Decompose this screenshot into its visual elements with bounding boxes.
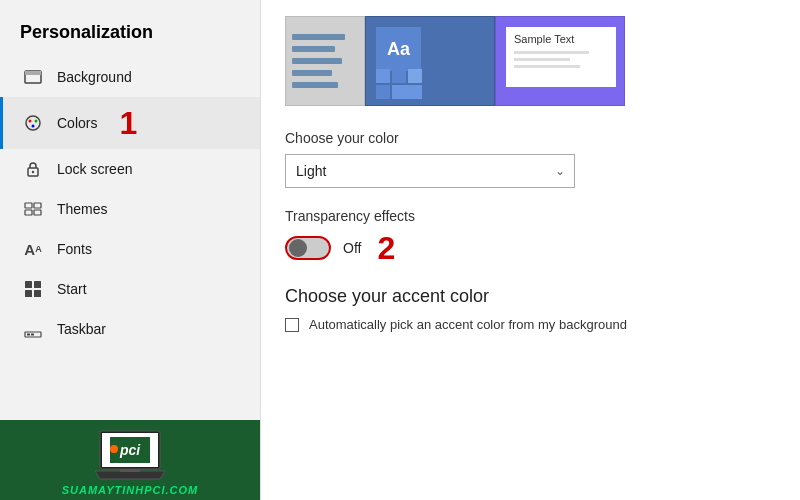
- sidebar-item-fonts-label: Fonts: [57, 241, 92, 257]
- svg-point-7: [32, 171, 34, 173]
- svg-rect-8: [25, 203, 32, 208]
- sidebar-item-start[interactable]: Start: [0, 269, 260, 309]
- svg-rect-13: [34, 281, 41, 288]
- toggle-knob: [289, 239, 307, 257]
- sidebar-item-colors[interactable]: Colors 1: [0, 97, 260, 149]
- transparency-section: Transparency effects Off 2: [261, 198, 800, 274]
- svg-rect-9: [34, 203, 41, 208]
- sample-text-label: Sample Text: [514, 33, 608, 45]
- preview-aa-card: Aa: [365, 16, 495, 106]
- svg-rect-12: [25, 281, 32, 288]
- lock-screen-icon: [23, 159, 43, 179]
- sidebar-item-fonts[interactable]: AA Fonts: [0, 229, 260, 269]
- sidebar: Personalization Background: [0, 0, 260, 359]
- svg-text:pci: pci: [119, 442, 141, 458]
- preview-sample-text-card: Sample Text: [495, 16, 625, 106]
- svg-point-2: [26, 116, 40, 130]
- main-content: Aa Sample Text: [260, 0, 800, 500]
- themes-icon: [23, 199, 43, 219]
- sidebar-item-taskbar[interactable]: Taskbar: [0, 309, 260, 349]
- transparency-toggle[interactable]: [285, 236, 331, 260]
- sidebar-item-lock-screen[interactable]: Lock screen: [0, 149, 260, 189]
- sidebar-item-background[interactable]: Background: [0, 57, 260, 97]
- color-dropdown[interactable]: Light Dark Custom: [285, 154, 575, 188]
- annotation-1: 1: [119, 107, 137, 139]
- theme-preview-area: Aa Sample Text: [261, 0, 800, 116]
- svg-point-5: [32, 125, 35, 128]
- sidebar-item-themes-label: Themes: [57, 201, 108, 217]
- transparency-state-label: Off: [343, 240, 361, 256]
- svg-rect-10: [25, 210, 32, 215]
- svg-rect-17: [27, 334, 30, 336]
- preview-bars-card: [285, 16, 365, 106]
- svg-rect-18: [31, 334, 34, 336]
- choose-color-section: Choose your color Light Dark Custom ⌄: [261, 116, 800, 198]
- sidebar-item-start-label: Start: [57, 281, 87, 297]
- accent-title: Choose your accent color: [285, 286, 776, 307]
- transparency-label: Transparency effects: [285, 208, 776, 224]
- start-icon: [23, 279, 43, 299]
- watermark: pci SUAMAYTINHPCI.COM: [0, 420, 260, 500]
- taskbar-icon: [23, 319, 43, 339]
- toggle-row: Off 2: [285, 232, 776, 264]
- preview-cards: Aa Sample Text: [285, 16, 625, 106]
- colors-icon: [23, 113, 43, 133]
- svg-rect-14: [25, 290, 32, 297]
- color-dropdown-container: Light Dark Custom ⌄: [285, 154, 575, 188]
- sidebar-item-lock-screen-label: Lock screen: [57, 161, 132, 177]
- sidebar-item-taskbar-label: Taskbar: [57, 321, 106, 337]
- sidebar-item-themes[interactable]: Themes: [0, 189, 260, 229]
- sidebar-item-colors-label: Colors: [57, 115, 97, 131]
- auto-pick-label: Automatically pick an accent color from …: [309, 317, 627, 332]
- svg-point-4: [35, 120, 38, 123]
- background-icon: [23, 67, 43, 87]
- svg-rect-11: [34, 210, 41, 215]
- svg-point-23: [110, 445, 118, 453]
- auto-pick-row[interactable]: Automatically pick an accent color from …: [285, 317, 776, 332]
- sidebar-item-background-label: Background: [57, 69, 132, 85]
- laptop-watermark-icon: pci: [90, 429, 170, 484]
- watermark-text: SUAMAYTINHPCI.COM: [62, 484, 199, 500]
- fonts-icon: AA: [23, 239, 43, 259]
- sidebar-title: Personalization: [0, 10, 260, 57]
- choose-color-label: Choose your color: [285, 130, 776, 146]
- svg-rect-1: [25, 71, 41, 75]
- annotation-2: 2: [377, 232, 395, 264]
- auto-pick-checkbox[interactable]: [285, 318, 299, 332]
- svg-rect-24: [120, 469, 140, 472]
- svg-point-3: [29, 120, 32, 123]
- svg-rect-15: [34, 290, 41, 297]
- accent-section: Choose your accent color Automatically p…: [261, 274, 800, 342]
